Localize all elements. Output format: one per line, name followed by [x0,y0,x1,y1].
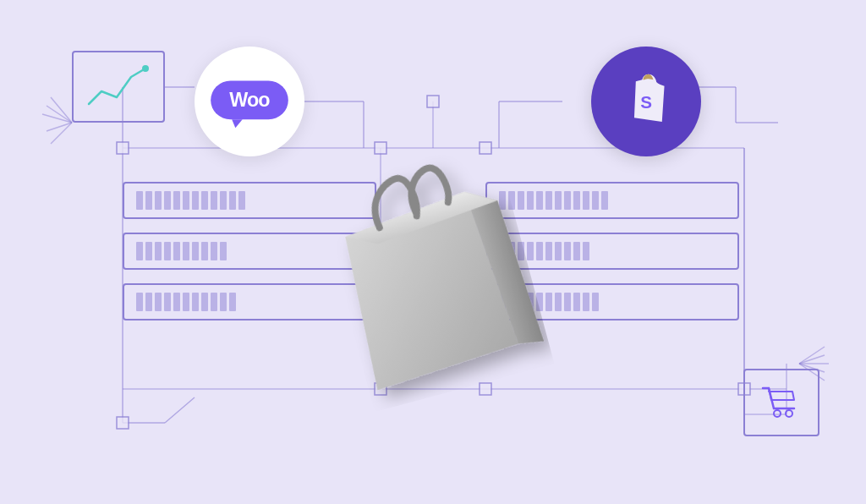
stripe [173,293,180,311]
stripe [192,293,199,311]
stripe [573,293,580,311]
stripe [183,242,189,260]
stripe [201,293,208,311]
chart-icon [85,62,152,112]
stripe [145,242,152,260]
stripe [583,293,589,311]
stripe [238,191,245,210]
svg-rect-26 [480,383,491,395]
stripe [220,242,227,260]
cart-icon [759,381,805,424]
stripe [527,191,534,210]
stripe [229,293,236,311]
woo-logo-svg: Woo [207,74,292,129]
stripe [220,293,227,311]
stripe [573,191,580,210]
stripe [211,242,217,260]
stripe [183,191,189,210]
stripe [155,191,162,210]
stripe [573,242,580,260]
stripe [601,191,608,210]
svg-point-44 [774,410,781,417]
stripe [164,242,171,260]
stripe [136,293,143,311]
stripe [211,191,217,210]
shopify-logo: S [591,47,701,156]
stripe [211,293,217,311]
stripe [536,242,543,260]
stripe [592,191,599,210]
stripe [173,242,180,260]
stripe [555,191,562,210]
svg-line-41 [799,347,825,364]
stripe [555,242,562,260]
stripe [229,191,236,210]
right-row-1 [485,182,739,219]
stripe [220,191,227,210]
stripe [183,293,189,311]
stripe [173,191,180,210]
svg-marker-47 [232,119,243,128]
stripe [201,191,208,210]
svg-rect-23 [375,142,386,154]
stripe [564,242,571,260]
svg-line-10 [165,397,195,423]
stripe [192,191,199,210]
stripe [136,242,143,260]
stripe [527,242,534,260]
svg-rect-29 [117,142,129,154]
stripe [583,191,589,210]
stripe [145,293,152,311]
woo-logo: Woo [195,47,304,156]
svg-text:Woo: Woo [229,89,270,111]
stripe [564,293,571,311]
main-scene: Woo S [0,0,866,504]
cart-icon-box [743,369,819,436]
stripe [155,242,162,260]
stripe [164,293,171,311]
stripe [136,191,143,210]
stripe [564,191,571,210]
chart-icon-box [72,51,165,123]
stripe [155,293,162,311]
stripe [545,191,552,210]
stripe [518,191,524,210]
stripe [555,293,562,311]
stripe [536,191,543,210]
stripe [192,242,199,260]
svg-point-45 [786,410,792,417]
svg-text:S: S [640,92,652,112]
stripe [545,242,552,260]
stripe [164,191,171,210]
stripe [145,191,152,210]
left-row-3 [123,283,376,320]
svg-line-34 [42,114,72,123]
svg-rect-27 [117,417,129,429]
svg-line-38 [799,355,825,364]
shopify-logo-svg: S [617,70,676,134]
svg-point-43 [142,65,149,72]
stripe [592,293,599,311]
stripe [201,242,208,260]
stripe [583,242,589,260]
svg-rect-22 [427,96,439,107]
stripe [545,293,552,311]
